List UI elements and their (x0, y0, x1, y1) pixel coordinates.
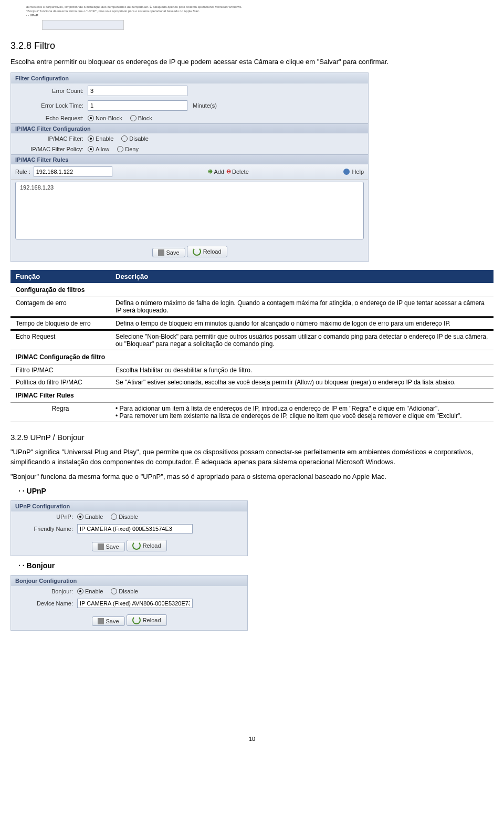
add-button[interactable]: Add (214, 169, 224, 175)
bonjour-save-text: Save (106, 618, 119, 624)
page-number: 10 (10, 736, 494, 742)
cell-filtro-ipmac: Filtro IP/MAC (10, 364, 110, 376)
bonjour-enable-text: Enable (85, 588, 103, 594)
save-icon (158, 249, 164, 256)
cell-tempo-bloqueio: Tempo de bloqueio de erro (10, 317, 110, 330)
reload-text: Reload (203, 248, 222, 255)
bonjour-disable-text: Disable (119, 588, 138, 594)
nonblock-text: Non-Block (96, 115, 122, 121)
rule-label: Rule : (15, 169, 30, 175)
block-text: Block (138, 115, 152, 121)
snippet-line1: domésticos e corporativos, simplificando… (26, 5, 242, 8)
subhead-ipmac-rules: IP/MAC Filter Rules (10, 388, 494, 402)
upnp-p1: "UPnP" significa "Universal Plug and Pla… (10, 447, 494, 467)
bonjour-save-button[interactable]: Save (92, 616, 125, 626)
radio-icon (121, 135, 128, 142)
mini-panel (42, 20, 124, 30)
save-button[interactable]: Save (152, 248, 185, 257)
function-description-table: Função Descrição Configuração de filtros… (10, 270, 494, 422)
radio-icon (117, 146, 123, 152)
upnp-save-text: Save (106, 543, 119, 550)
cell-contagem-erro-desc: Defina o número máximo de falha de login… (110, 297, 494, 317)
upnp-bullet-heading: · · UPnP (10, 487, 494, 495)
cell-regra: Regra (10, 402, 110, 422)
radio-icon (77, 514, 83, 520)
upnp-panel-title: UPnP Configuration (11, 501, 247, 511)
bonjour-label: Bonjour: (15, 588, 77, 594)
save-icon (98, 618, 104, 624)
help-icon (343, 169, 350, 175)
deny-text: Deny (125, 146, 139, 152)
radio-icon (77, 588, 83, 594)
enable-text: Enable (96, 135, 113, 142)
radio-block[interactable]: Block (130, 115, 152, 121)
upnp-label: UPnP: (15, 514, 77, 520)
upnp-reload-button[interactable]: Reload (127, 540, 167, 551)
radio-enable-filter[interactable]: Enable (88, 135, 113, 142)
save-icon (98, 543, 104, 550)
cell-filtro-ipmac-desc: Escolha Habilitar ou desabilitar a funçã… (110, 364, 494, 376)
bonjour-bullet-heading: · · Bonjour (10, 561, 494, 570)
reload-icon (132, 541, 141, 550)
ipmac-conf-header: IP/MAC Filter Configuration (11, 123, 368, 133)
echo-label: Echo Request: (15, 115, 88, 121)
subhead-config-filtros: Configuração de filtros (10, 283, 494, 297)
radio-icon (111, 514, 117, 520)
radio-deny[interactable]: Deny (117, 146, 139, 152)
allow-text: Allow (96, 146, 109, 152)
upnp-panel: UPnP Configuration UPnP: Enable Disable … (10, 500, 248, 556)
delete-icon: ⊖ (226, 168, 231, 175)
minutes-label: Minute(s) (193, 102, 217, 109)
error-count-label: Error Count: (15, 88, 88, 94)
radio-icon (130, 115, 136, 121)
rule-input[interactable] (34, 166, 112, 177)
regra-bullet-1: • Para adicionar um item à lista de ende… (116, 405, 488, 412)
heading-filtro: 3.2.8 Filtro (10, 40, 494, 51)
upnp-enable-text: Enable (85, 514, 103, 520)
bonjour-reload-button[interactable]: Reload (127, 614, 167, 626)
bonjour-panel: Bonjour Configuration Bonjour: Enable Di… (10, 575, 248, 631)
error-lock-label: Error Lock Time: (15, 102, 88, 109)
cell-echo-request-desc: Selecione "Non-Block" para permitir que … (110, 330, 494, 350)
error-lock-input[interactable] (88, 100, 187, 111)
help-button[interactable]: Help (352, 169, 364, 175)
bonjour-panel-title: Bonjour Configuration (11, 576, 247, 586)
radio-allow[interactable]: Allow (88, 146, 109, 152)
radio-nonblock[interactable]: Non-Block (88, 115, 122, 121)
rules-list[interactable]: 192.168.1.23 (15, 182, 364, 239)
reload-button[interactable]: Reload (187, 246, 227, 257)
top-snippet: domésticos e corporativos, simplificando… (10, 5, 494, 30)
radio-icon (111, 588, 117, 594)
upnp-disable-text: Disable (119, 514, 138, 520)
radio-icon (88, 146, 94, 152)
reload-icon (193, 247, 201, 256)
bonjour-radio-disable[interactable]: Disable (111, 588, 138, 594)
ipmac-filter-label: IP/MAC Filter: (15, 135, 88, 142)
th-funcao: Função (10, 270, 110, 283)
radio-icon (88, 115, 94, 121)
bonjour-reload-text: Reload (143, 617, 161, 623)
rule-item[interactable]: 192.168.1.23 (20, 184, 359, 191)
reload-icon (132, 616, 141, 624)
subhead-ipmac-config: IP/MAC Configuração de filtro (10, 350, 494, 364)
upnp-radio-disable[interactable]: Disable (111, 514, 138, 520)
disable-text: Disable (129, 135, 149, 142)
delete-button[interactable]: Delete (232, 169, 249, 175)
cell-politica-filtro: Política do filtro IP/MAC (10, 376, 110, 388)
upnp-save-button[interactable]: Save (92, 542, 125, 551)
heading-upnp-bonjour: 3.2.9 UPnP / Bonjour (10, 433, 494, 442)
bonjour-radio-enable[interactable]: Enable (77, 588, 103, 594)
error-count-input[interactable] (88, 86, 187, 96)
upnp-radio-enable[interactable]: Enable (77, 514, 103, 520)
cell-contagem-erro: Contagem de erro (10, 297, 110, 317)
mini-upnp-label: · · UPnP (26, 14, 494, 18)
intro-filtro: Escolha entre permitir ou bloquear os en… (10, 57, 494, 67)
ipmac-policy-label: IP/MAC Filter Policy: (15, 146, 88, 152)
upnp-p2: "Bonjour" funciona da mesma forma que o … (10, 472, 494, 482)
cell-politica-filtro-desc: Se "Ativar" estiver selecionada, escolha… (110, 376, 494, 388)
radio-icon (88, 135, 94, 142)
snippet-line2: "Bonjour" funciona da mesma forma que o … (26, 9, 200, 13)
radio-disable-filter[interactable]: Disable (121, 135, 149, 142)
friendly-name-input[interactable] (77, 524, 193, 534)
device-name-input[interactable] (77, 599, 193, 608)
